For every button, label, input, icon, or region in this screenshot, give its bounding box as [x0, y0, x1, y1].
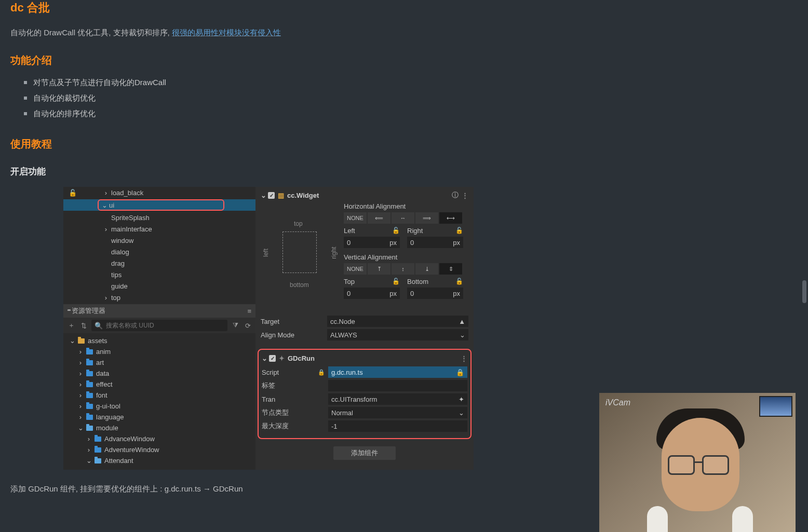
label-script: Script: [262, 369, 279, 376]
lock-icon[interactable]: 🔓: [455, 227, 463, 235]
asset-folder[interactable]: data: [96, 370, 109, 377]
tran-field[interactable]: cc.UITransform✦: [328, 393, 467, 405]
add-component-button[interactable]: 添加组件: [333, 446, 396, 460]
lock-icon: 🔒: [456, 369, 464, 376]
chevron-right-icon[interactable]: ›: [78, 380, 83, 388]
align-option[interactable]: ⟹: [415, 212, 438, 224]
chevron-right-icon[interactable]: ›: [104, 225, 108, 233]
hier-item[interactable]: top: [111, 294, 120, 302]
feature-item: 自动化的排序优化: [24, 106, 798, 121]
assets-panel-header: 资源管理器 ≡: [63, 304, 255, 318]
chevron-down-icon[interactable]: ⌄: [86, 457, 91, 465]
align-option[interactable]: ⟸: [368, 212, 390, 224]
chevron-down-icon[interactable]: ⌄: [70, 337, 75, 345]
asset-search[interactable]: 🔍: [91, 320, 227, 331]
max-depth-field[interactable]: -1: [328, 420, 467, 432]
chevron-right-icon[interactable]: ›: [78, 402, 83, 410]
asset-search-input[interactable]: [106, 322, 224, 329]
align-option[interactable]: ⇕: [439, 263, 462, 275]
asset-folder[interactable]: font: [96, 391, 107, 399]
asset-folder[interactable]: effect: [96, 380, 113, 388]
asset-folder[interactable]: AdvanceWindow: [104, 435, 155, 443]
chevron-right-icon[interactable]: ›: [104, 189, 108, 197]
add-icon[interactable]: ＋: [66, 321, 76, 330]
chevron-right-icon[interactable]: ›: [78, 348, 83, 356]
chevron-down-icon[interactable]: ⌄: [78, 424, 83, 432]
heading-dc: dc 合批: [10, 0, 798, 16]
chevron-right-icon[interactable]: ›: [78, 391, 83, 399]
page-scrollbar[interactable]: [802, 280, 806, 303]
asset-folder[interactable]: Attendant: [104, 457, 133, 465]
folder-icon: [86, 426, 93, 431]
align-option[interactable]: ⟷: [439, 212, 462, 224]
node-type-dropdown[interactable]: Normal⌄: [328, 407, 467, 418]
label-target: Target: [261, 318, 327, 325]
chevron-right-icon[interactable]: ›: [86, 446, 91, 454]
hier-item[interactable]: mainInterface: [111, 225, 152, 233]
hier-item-ui[interactable]: ui: [109, 201, 114, 209]
help-icon[interactable]: ⓘ: [452, 190, 459, 200]
lock-icon[interactable]: 🔓: [392, 278, 400, 285]
asset-folder[interactable]: module: [96, 424, 118, 432]
align-option[interactable]: ↔: [392, 212, 414, 224]
asset-root[interactable]: assets: [88, 337, 107, 345]
component-checkbox[interactable]: ✓: [268, 192, 275, 199]
sort-icon[interactable]: ⇅: [79, 322, 88, 330]
label-horizontal-alignment: Horizontal Alignment: [344, 202, 464, 210]
align-option[interactable]: ↕: [392, 263, 414, 275]
align-none-button[interactable]: NONE: [344, 212, 367, 224]
right-value[interactable]: 0px: [407, 237, 463, 248]
chevron-right-icon[interactable]: ›: [78, 413, 83, 421]
top-value[interactable]: 0px: [344, 288, 400, 299]
webcam-label: iVCam: [605, 398, 630, 407]
heading-enable: 开启功能: [10, 166, 798, 178]
target-field[interactable]: cc.Node▲: [327, 316, 468, 327]
chevron-right-icon[interactable]: ›: [78, 359, 83, 366]
hier-item[interactable]: load_black: [111, 189, 143, 197]
lock-icon[interactable]: 🔓: [455, 278, 463, 285]
lock-icon[interactable]: 🔓: [392, 227, 400, 235]
component-icon: ✦: [459, 395, 464, 403]
hier-item[interactable]: dialog: [111, 248, 129, 256]
bottom-value[interactable]: 0px: [407, 288, 463, 299]
label-top: Top: [344, 278, 355, 285]
script-field[interactable]: g.dc.run.ts🔒: [328, 366, 467, 378]
folder-icon: [86, 349, 93, 354]
filter-icon[interactable]: ⧩: [231, 321, 240, 330]
gdcrun-component: ⌄ ✓ ✦ GDcRun ⋮ Script🔒 g.dc.run.ts🔒 标签 T…: [258, 349, 472, 439]
chevron-right-icon[interactable]: ›: [86, 435, 91, 443]
align-mode-dropdown[interactable]: ALWAYS⌄: [327, 329, 468, 340]
chevron-down-icon[interactable]: ⌄: [262, 354, 266, 362]
hier-item[interactable]: SpriteSplash: [111, 214, 150, 222]
hier-item[interactable]: guide: [111, 282, 128, 290]
background-poster: [759, 396, 792, 417]
hierarchy-panel: 🔓 › load_black ⌄ ui SpriteSplash ›mainIn…: [63, 187, 255, 304]
asset-folder[interactable]: art: [96, 359, 104, 366]
chevron-down-icon[interactable]: ⌄: [261, 192, 265, 199]
left-value[interactable]: 0px: [344, 237, 400, 248]
asset-folder[interactable]: AdventureWindow: [104, 446, 159, 454]
chevron-right-icon[interactable]: ›: [104, 294, 108, 302]
align-option[interactable]: ⤓: [415, 263, 438, 275]
webcam-overlay: iVCam: [599, 393, 796, 532]
align-option[interactable]: ⤒: [368, 263, 390, 275]
refresh-icon[interactable]: ⟳: [243, 322, 252, 330]
asset-folder[interactable]: g-ui-tool: [96, 402, 120, 410]
chevron-down-icon[interactable]: ⌄: [102, 201, 106, 209]
hier-item[interactable]: window: [111, 237, 133, 244]
hier-item[interactable]: tips: [111, 271, 122, 279]
folder-icon: [86, 415, 93, 420]
component-checkbox[interactable]: ✓: [269, 355, 276, 362]
hier-item[interactable]: drag: [111, 260, 125, 267]
more-icon[interactable]: ⋮: [462, 192, 468, 199]
asset-folder[interactable]: anim: [96, 348, 111, 356]
search-icon: 🔍: [95, 322, 103, 330]
chevron-right-icon[interactable]: ›: [78, 370, 83, 377]
label-node-type: 节点类型: [262, 408, 289, 417]
more-icon[interactable]: ⋮: [461, 354, 467, 362]
asset-folder[interactable]: language: [96, 413, 124, 421]
heading-tutorial: 使用教程: [10, 137, 798, 151]
align-none-button[interactable]: NONE: [344, 263, 367, 275]
menu-icon[interactable]: ≡: [247, 307, 251, 315]
tag-field[interactable]: [328, 380, 467, 391]
